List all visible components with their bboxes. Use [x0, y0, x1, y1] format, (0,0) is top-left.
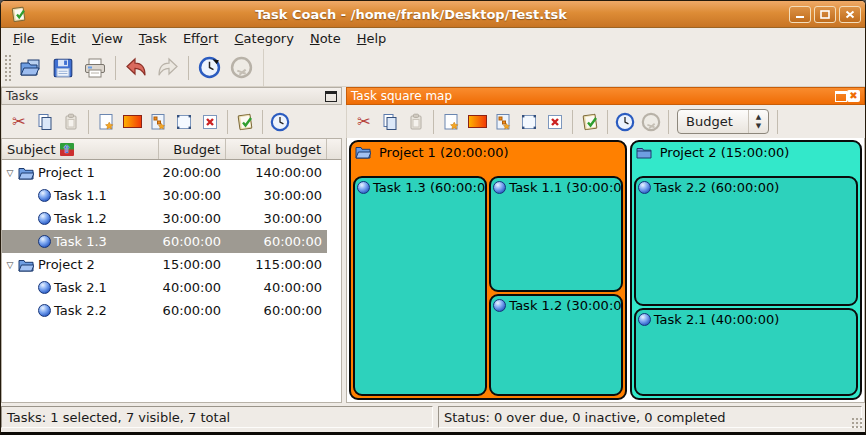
budget-cell: 20:00:00	[159, 165, 226, 180]
task-orb-icon	[38, 189, 51, 202]
column-header-subject[interactable]: Subject ⇧	[2, 139, 159, 159]
undo-button[interactable]	[120, 53, 152, 83]
menu-edit[interactable]: Edit	[43, 29, 84, 48]
new-task-button[interactable]	[93, 109, 119, 135]
spinner-arrows-icon[interactable]: ▲▼	[748, 110, 768, 133]
menu-help[interactable]: Help	[349, 29, 395, 48]
cut-button[interactable]: ✂	[6, 109, 32, 135]
total-budget-cell: 60:00:00	[226, 234, 327, 249]
close-pane-icon[interactable]: ✖	[847, 90, 860, 102]
color-swatch-button[interactable]	[119, 109, 145, 135]
budget-cell: 30:00:00	[159, 188, 226, 203]
map-task-2-2[interactable]: Task 2.2 (60:00:00)	[634, 176, 858, 306]
table-row-task-1-1[interactable]: Task 1.1 30:00:00 30:00:00	[2, 184, 341, 207]
new-subtask-button[interactable]	[490, 109, 516, 135]
maximize-pane-icon[interactable]	[835, 91, 847, 102]
map-task-2-1[interactable]: Task 2.1 (40:00:00)	[634, 308, 858, 396]
view-by-dropdown[interactable]: Budget ▲▼	[677, 109, 769, 134]
delete-task-button[interactable]	[197, 109, 223, 135]
color-swatch-button[interactable]	[464, 109, 490, 135]
toolbar-separator	[188, 56, 189, 80]
main-toolbar	[1, 49, 865, 87]
menu-note[interactable]: Note	[302, 29, 349, 48]
toolbar-grip[interactable]	[4, 54, 11, 82]
clock-button[interactable]	[612, 109, 638, 135]
print-icon	[83, 57, 107, 79]
close-button[interactable]	[839, 6, 861, 23]
column-header-budget[interactable]: Budget	[159, 139, 226, 159]
task-orb-icon	[357, 181, 370, 194]
expand-arrow-icon[interactable]: ▽	[2, 168, 18, 178]
map-task-2-2-label: Task 2.2 (60:00:00)	[654, 180, 780, 195]
map-project-1-label: Project 1 (20:00:00)	[379, 145, 509, 160]
total-budget-cell: 30:00:00	[226, 211, 327, 226]
maximize-button[interactable]	[814, 6, 836, 23]
clock-button[interactable]	[267, 109, 293, 135]
table-row-task-2-1[interactable]: Task 2.1 40:00:00 40:00:00	[2, 276, 341, 299]
menu-task[interactable]: Task	[131, 29, 175, 48]
delete-task-button[interactable]	[542, 109, 568, 135]
category-icon	[580, 112, 600, 132]
resize-grip[interactable]	[851, 417, 863, 429]
copy-button[interactable]	[32, 109, 58, 135]
map-project-2-label: Project 2 (15:00:00)	[660, 145, 790, 160]
new-task-icon	[97, 113, 115, 131]
task-subject: Project 2	[38, 257, 95, 272]
table-row-task-1-3-selected[interactable]: Task 1.3 60:00:00 60:00:00	[2, 230, 341, 253]
budget-cell: 30:00:00	[159, 211, 226, 226]
delete-task-icon	[546, 113, 564, 131]
square-map-toolbar: ✂	[346, 105, 865, 138]
map-project-2[interactable]: Project 2 (15:00:00) Task 2.2 (60:00:00)…	[630, 140, 862, 400]
table-row-project-2[interactable]: ▽ Project 2 15:00:00 115:00:00	[2, 253, 341, 276]
start-effort-button[interactable]	[193, 53, 225, 83]
new-task-button[interactable]	[438, 109, 464, 135]
stop-effort-button	[225, 53, 257, 83]
sort-ascending-icon: ⇧	[60, 143, 74, 156]
cut-button[interactable]: ✂	[351, 109, 377, 135]
maximize-pane-icon[interactable]	[325, 91, 337, 102]
window-title: Task Coach - /home/frank/Desktop/Test.ts…	[33, 7, 789, 22]
redo-button	[152, 53, 184, 83]
color-swatch-icon	[123, 115, 142, 128]
start-effort-clock-icon	[198, 56, 221, 79]
tasks-panel-caption[interactable]: Tasks	[1, 87, 342, 105]
menu-effort[interactable]: Effort	[175, 29, 227, 48]
view-by-value: Budget	[678, 114, 748, 129]
minimize-button[interactable]	[789, 6, 811, 23]
task-orb-icon	[38, 235, 51, 248]
print-button[interactable]	[79, 53, 111, 83]
square-map-caption[interactable]: Task square map ✖	[346, 87, 865, 105]
color-swatch-icon	[468, 115, 487, 128]
menu-category[interactable]: Category	[227, 29, 302, 48]
map-task-1-1[interactable]: Task 1.1 (30:00:00)	[489, 176, 622, 292]
map-project-1[interactable]: Project 1 (20:00:00) Task 1.3 (60:00:00)…	[349, 140, 627, 400]
table-row-project-1[interactable]: ▽ Project 1 20:00:00 140:00:00	[2, 161, 341, 184]
menu-file[interactable]: File	[5, 29, 43, 48]
new-subtask-button[interactable]	[145, 109, 171, 135]
task-subject: Task 2.1	[54, 280, 107, 295]
copy-button[interactable]	[377, 109, 403, 135]
expand-arrow-icon[interactable]: ▽	[2, 260, 18, 270]
statusbar: Tasks: 1 selected, 7 visible, 7 total St…	[1, 403, 865, 432]
task-orb-icon	[38, 304, 51, 317]
status-tasks: Tasks: 1 selected, 7 visible, 7 total	[1, 406, 433, 428]
task-tree: ▽ Project 1 20:00:00 140:00:00 Task 1.1 …	[1, 160, 342, 403]
edit-task-button[interactable]	[171, 109, 197, 135]
save-file-button[interactable]	[47, 53, 79, 83]
category-button[interactable]	[232, 109, 258, 135]
map-task-1-3[interactable]: Task 1.3 (60:00:00)	[353, 176, 487, 396]
open-file-button[interactable]	[15, 53, 47, 83]
paste-button	[58, 109, 84, 135]
paste-icon	[407, 113, 425, 131]
open-folder-icon	[18, 258, 34, 272]
edit-task-button[interactable]	[516, 109, 542, 135]
table-row-task-2-2[interactable]: Task 2.2 60:00:00 60:00:00	[2, 299, 341, 322]
task-orb-icon	[38, 281, 51, 294]
menu-view[interactable]: View	[84, 29, 131, 48]
map-task-2-1-label: Task 2.1 (40:00:00)	[654, 312, 780, 327]
category-button[interactable]	[577, 109, 603, 135]
map-task-1-2[interactable]: Task 1.2 (30:00:00)	[489, 294, 622, 397]
table-row-task-1-2[interactable]: Task 1.2 30:00:00 30:00:00	[2, 207, 341, 230]
column-header-total-budget[interactable]: Total budget	[226, 139, 327, 159]
menubar: File Edit View Task Effort Category Note…	[1, 28, 865, 49]
